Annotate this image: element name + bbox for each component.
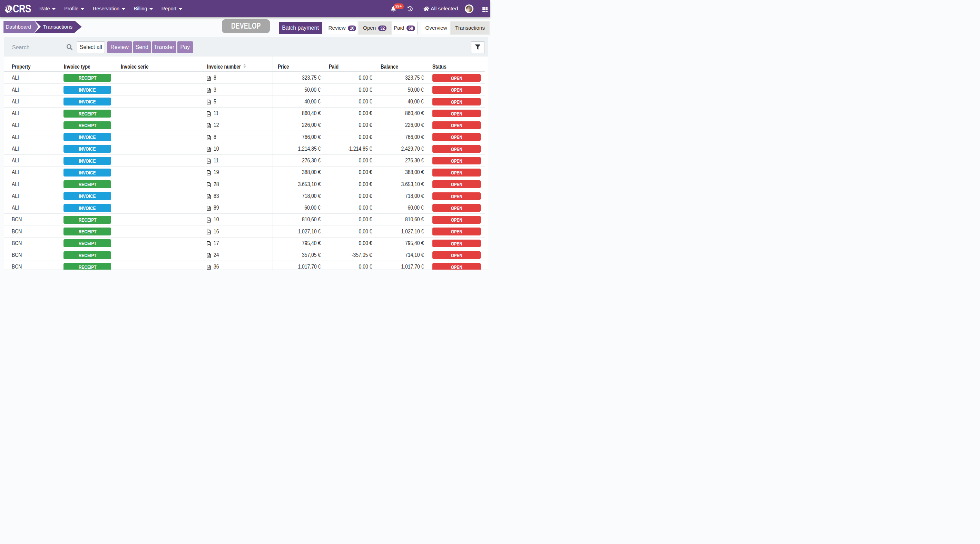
svg-text:U: U (7, 6, 10, 12)
